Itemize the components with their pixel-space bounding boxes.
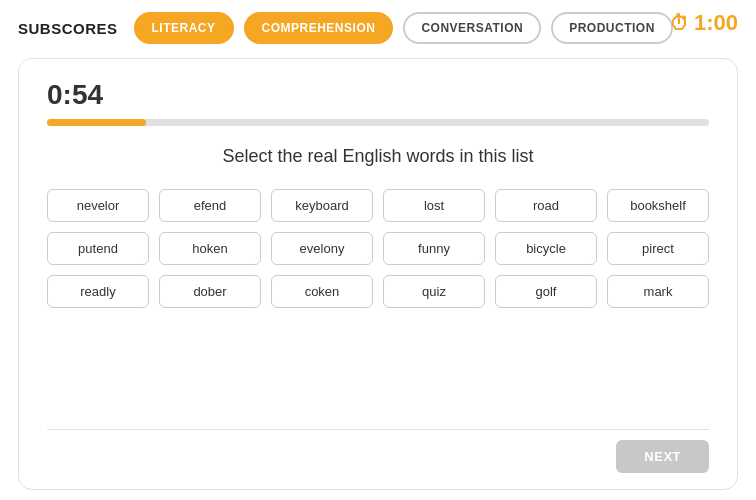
countdown-display: 0:54 <box>47 79 709 111</box>
tab-literacy[interactable]: LITERACY <box>134 12 234 44</box>
header: SUBSCORES LITERACY COMPREHENSION CONVERS… <box>0 0 756 52</box>
footer-row: NEXT <box>47 440 709 473</box>
word-btn-hoken[interactable]: hoken <box>159 232 261 265</box>
tab-production[interactable]: PRODUCTION <box>551 12 673 44</box>
progress-bar-background <box>47 119 709 126</box>
word-btn-putend[interactable]: putend <box>47 232 149 265</box>
word-btn-mark[interactable]: mark <box>607 275 709 308</box>
word-btn-keyboard[interactable]: keyboard <box>271 189 373 222</box>
word-btn-evelony[interactable]: evelony <box>271 232 373 265</box>
word-btn-quiz[interactable]: quiz <box>383 275 485 308</box>
next-button[interactable]: NEXT <box>616 440 709 473</box>
word-btn-golf[interactable]: golf <box>495 275 597 308</box>
word-btn-nevelor[interactable]: nevelor <box>47 189 149 222</box>
word-btn-readly[interactable]: readly <box>47 275 149 308</box>
question-text: Select the real English words in this li… <box>47 146 709 167</box>
word-btn-road[interactable]: road <box>495 189 597 222</box>
words-grid: nevelor efend keyboard lost road bookshe… <box>47 189 709 308</box>
page-wrapper: SUBSCORES LITERACY COMPREHENSION CONVERS… <box>0 0 756 500</box>
timer: ⏱ 1:00 <box>669 10 738 36</box>
tab-conversation[interactable]: CONVERSATION <box>403 12 541 44</box>
progress-bar-fill <box>47 119 146 126</box>
word-btn-bookshelf[interactable]: bookshelf <box>607 189 709 222</box>
word-btn-lost[interactable]: lost <box>383 189 485 222</box>
tab-comprehension[interactable]: COMPREHENSION <box>244 12 394 44</box>
timer-value: 1:00 <box>694 10 738 36</box>
word-btn-coken[interactable]: coken <box>271 275 373 308</box>
word-btn-dober[interactable]: dober <box>159 275 261 308</box>
main-card: 0:54 Select the real English words in th… <box>18 58 738 490</box>
word-btn-bicycle[interactable]: bicycle <box>495 232 597 265</box>
word-btn-efend[interactable]: efend <box>159 189 261 222</box>
word-btn-funny[interactable]: funny <box>383 232 485 265</box>
word-btn-pirect[interactable]: pirect <box>607 232 709 265</box>
timer-icon: ⏱ <box>669 12 689 35</box>
subscores-title: SUBSCORES <box>18 20 118 37</box>
divider <box>47 429 709 430</box>
